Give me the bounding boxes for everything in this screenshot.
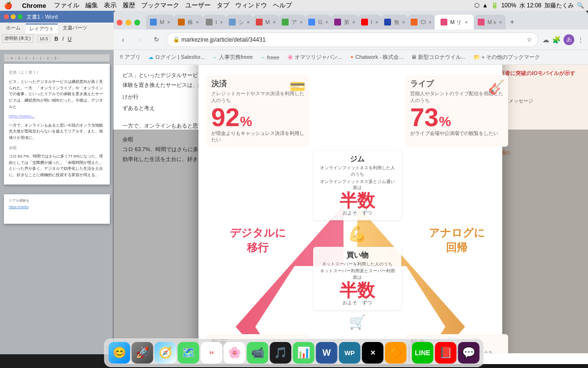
menu-history[interactable]: 履歴 <box>122 1 135 10</box>
menu-bookmarks[interactable]: ブックマーク <box>141 1 179 10</box>
menu-dots-icon[interactable]: ⋮ <box>577 36 584 44</box>
bookmark-covid[interactable]: 🏛 新型コロナウイル... <box>409 53 468 62</box>
active-tab-close[interactable]: × <box>465 20 468 25</box>
right-arrow-label-area: アナログに 回帰 <box>405 151 508 330</box>
word-window: 文書1 - Word ホーム レイアウト 文書パーツ 游明朝 (本文) 10.5… <box>0 11 114 354</box>
bookmark-chatwork[interactable]: ✦ Chatwork - 株式会... <box>347 53 406 62</box>
word-line-2: 一方で、オンラインもあると思い今回のオンラ当地観光大使が普段交わらないを超えてリ… <box>9 123 105 141</box>
bookmark-freee-hr[interactable]: ← 人事労務freee <box>210 53 256 62</box>
underline-icon[interactable]: U <box>68 36 72 42</box>
bookmark-apps[interactable]: ⠿ アプリ <box>117 53 144 62</box>
left-arrow-label: デジタルに 移行 <box>230 226 286 255</box>
word-link[interactable]: https://marke... <box>9 113 105 120</box>
chrome-tab-active[interactable]: M リ × <box>435 15 474 29</box>
chrome-minimize-button[interactable] <box>125 20 131 26</box>
live-percent: % <box>439 114 451 130</box>
bookmark-freee[interactable]: ← freee <box>258 53 282 61</box>
dock-orange[interactable]: 🔶 <box>385 342 407 364</box>
dock-safari[interactable]: 🧭 <box>155 342 176 364</box>
dock-facetime[interactable]: 📹 <box>247 342 269 364</box>
live-icon: 🎸 <box>488 79 505 95</box>
chrome-tab-kabuki[interactable]: 株 × <box>174 15 203 29</box>
chrome-maximize-button[interactable] <box>134 20 140 26</box>
bold-icon[interactable]: B <box>54 36 58 42</box>
mac-dock: 😊 🚀 🧭 🗺️ 14 🌸 📹 🎵 📊 W WP ✕ 🔶 LINE 📕 💬 <box>104 339 484 367</box>
chrome-tab-inactive[interactable]: M x × <box>474 15 506 29</box>
back-button[interactable]: ‹ <box>117 33 129 46</box>
menu-file[interactable]: ファイル <box>54 1 79 10</box>
italic-icon[interactable]: I <box>62 36 64 42</box>
forward-button[interactable]: › <box>133 33 146 46</box>
star-icon[interactable]: ☆ <box>527 36 532 43</box>
font-size[interactable]: 10.5 <box>37 35 51 42</box>
menu-tab[interactable]: タブ <box>217 1 229 10</box>
puzzle-icon[interactable]: 🧩 <box>552 36 561 44</box>
dock-photos[interactable]: 🌸 <box>224 342 245 364</box>
word-page-2: リアル体験を https://marko <box>4 194 110 224</box>
covid-icon: 🏛 <box>412 54 416 60</box>
chrome-tab-gmail[interactable]: M × <box>253 15 279 29</box>
dock-finder[interactable]: 😊 <box>109 342 130 364</box>
payment-icon: 💳 <box>290 79 305 94</box>
chrome-tab-graph[interactable]: ア × <box>279 15 306 29</box>
chrome-tab-go[interactable]: G × <box>305 15 331 29</box>
chrome-tab-ch[interactable]: Cl × <box>408 15 434 29</box>
menu-window[interactable]: ウィンドウ <box>235 1 267 10</box>
word-page2-text: リアル体験を <box>9 198 105 203</box>
chrome-tab-dai[interactable]: 第 × <box>331 15 358 29</box>
payment-percent: % <box>240 114 252 130</box>
font-selector[interactable]: 游明朝 (本文) <box>2 34 33 43</box>
inactive-tab-label: M x <box>488 19 496 25</box>
word-tab-home[interactable]: ホーム <box>2 24 24 33</box>
chrome-tab-i[interactable]: I × <box>203 15 226 29</box>
chrome-tab-mu[interactable]: 無 × <box>381 15 408 29</box>
word-window-controls <box>4 14 23 19</box>
dock-maps[interactable]: 🗺️ <box>178 342 199 364</box>
gym-hanbun: 半数 <box>318 192 396 210</box>
dock-calendar[interactable]: 14 <box>201 342 222 364</box>
search-icon[interactable]: 🔍 <box>577 2 584 9</box>
new-tab-button[interactable]: + <box>506 16 518 28</box>
dock-slack[interactable]: 💬 <box>458 342 480 364</box>
menu-edit[interactable]: 編集 <box>85 1 98 10</box>
dock-word[interactable]: W <box>316 342 338 364</box>
live-number-row: 73 % <box>410 105 503 130</box>
menu-view[interactable]: 表示 <box>104 1 117 10</box>
address-bar[interactable]: 🔒 markezine.jp/article/detail/34431 ☆ <box>167 32 539 47</box>
center-column: ジム オンラインフィットネスを利用した人のうち オンラインフィットネス派とジム通… <box>313 151 401 330</box>
bookmark-omatsuri[interactable]: 🌸 オマツリジャパン... <box>284 53 345 62</box>
app-name[interactable]: Chrome <box>22 2 46 9</box>
word-tab-parts[interactable]: 文書パーツ <box>59 24 91 33</box>
bookmark-more[interactable]: 📁 » その他のブックマーク <box>470 53 543 62</box>
word-tab-layout[interactable]: レイアウト <box>25 24 58 33</box>
dock-line[interactable]: LINE <box>412 342 434 364</box>
word-title: 文書1 - Word <box>26 13 58 21</box>
dock-numbers[interactable]: 📊 <box>293 342 315 364</box>
word-link-2[interactable]: https://marko <box>9 205 105 209</box>
bookmark-salesforce[interactable]: ☁ ログイン | Salesfor... <box>146 53 208 62</box>
menu-user[interactable]: ユーザー <box>185 1 211 10</box>
chrome-tab-m[interactable]: M × <box>146 15 174 29</box>
dock-wp[interactable]: WP <box>339 342 361 364</box>
right-arrow-text-2: 回帰 <box>429 240 485 255</box>
menu-help[interactable]: ヘルプ <box>273 1 292 10</box>
cart-icon: 🛒 <box>349 314 366 330</box>
profile-icon[interactable]: あ <box>564 34 574 45</box>
shopping-sub2: ネットスーパー利用派とスーパー利用派は <box>318 268 396 280</box>
reload-button[interactable]: ↻ <box>150 33 163 46</box>
dock-acrobat[interactable]: 📕 <box>435 342 457 364</box>
dock-launchpad[interactable]: 🚀 <box>132 342 153 364</box>
dock-separator <box>409 344 410 362</box>
gym-sub1: オンラインフィットネスを利用した人のうち <box>318 165 396 177</box>
chrome-close-button[interactable] <box>117 20 122 26</box>
menu-bar-right: ⬡ ▲ 🔋 100% 水 12:08 加藤たくみ 🔍 <box>474 1 584 10</box>
word-ruler: ← 4 → 3 → 2 → 1 ← 1 → 2 → 3 → <box>4 54 110 62</box>
apple-menu[interactable]: 🍎 <box>4 1 12 9</box>
chrome-tabs: M × 株 × I × シ × M × <box>146 15 584 29</box>
chrome-tab-shi[interactable]: シ × <box>226 15 253 29</box>
dock-music[interactable]: 🎵 <box>270 342 292 364</box>
chrome-tab-yt[interactable]: I × <box>358 15 381 29</box>
word-line-1: ビス」といったデジタルサービスは継続意向が高く見られた。一方、「オンラインライブ… <box>9 79 105 110</box>
gym-zutsu: およそ ずつ <box>318 210 396 216</box>
dock-x[interactable]: ✕ <box>362 342 384 364</box>
